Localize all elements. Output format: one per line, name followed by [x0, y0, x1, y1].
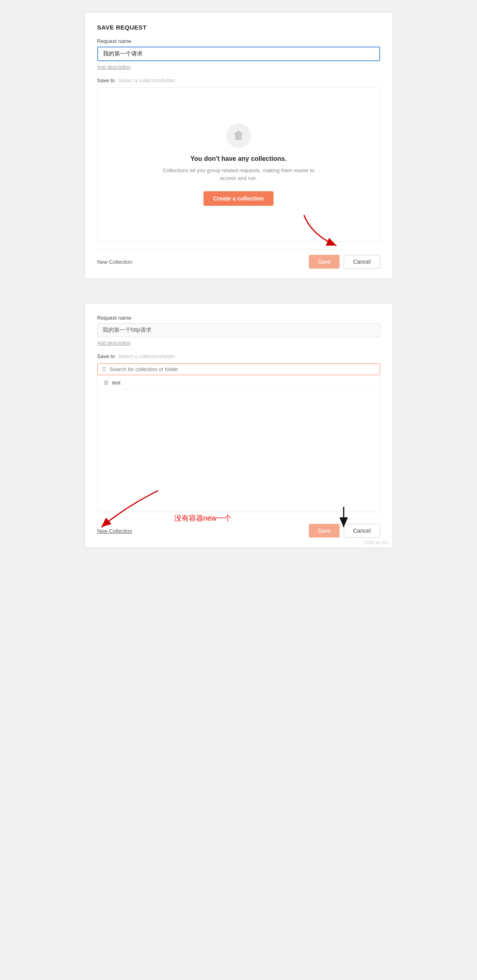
save-to-placeholder: Select a collection/folder [118, 77, 175, 83]
empty-icon-wrapper: 🗑 [227, 124, 251, 148]
cancel-button[interactable]: Cancel [344, 255, 380, 269]
search-wrapper: ☰ [97, 363, 380, 375]
empty-title: You don't have any collections. [190, 155, 287, 162]
collection-item-name: text [112, 380, 121, 386]
panel-footer-2: New Collection Save Cancel [97, 519, 380, 538]
new-collection-link[interactable]: New Collection [97, 259, 133, 265]
save-to-row: Save to Select a collection/folder [97, 77, 380, 83]
new-collection-link-2[interactable]: New Collection [97, 528, 133, 534]
save-to-row-2: Save to Select a collection/folder [97, 353, 380, 359]
collection-list-area: 🗑 text [97, 375, 380, 512]
panel-title: SAVE REQUEST [97, 24, 380, 31]
add-description-link-2[interactable]: Add description [97, 340, 380, 346]
panel-footer: New Collection Save Cancel [97, 250, 380, 269]
footer-buttons-2: Save Cancel [309, 524, 380, 538]
search-collection-input[interactable] [110, 366, 376, 372]
empty-desc: Collections let you group related reques… [158, 167, 320, 182]
save-request-panel: SAVE REQUEST Request name Add descriptio… [85, 12, 393, 279]
list-item[interactable]: 🗑 text [98, 375, 380, 390]
collection-bucket-icon: 🗑 [103, 379, 109, 386]
footer-buttons: Save Cancel [309, 255, 380, 269]
save-button-2[interactable]: Save [309, 524, 340, 538]
save-button[interactable]: Save [309, 255, 340, 269]
collection-area: 🗑 You don't have any collections. Collec… [97, 88, 380, 241]
list-empty-space [98, 390, 380, 512]
bucket-icon: 🗑 [233, 129, 244, 142]
request-name-input[interactable] [97, 47, 380, 61]
save-to-label-2: Save to [97, 353, 115, 359]
save-to-placeholder-2: Select a collection/folder [118, 353, 175, 359]
watermark: CSDN #p:103 [363, 540, 388, 545]
add-description-link[interactable]: Add description [97, 64, 380, 70]
request-name-input-2[interactable] [97, 323, 380, 337]
save-to-label: Save to [97, 77, 115, 83]
filter-icon: ☰ [102, 366, 107, 372]
cancel-button-2[interactable]: Cancel [344, 524, 380, 538]
save-request-panel-2: Request name Add description Save to Sel… [85, 303, 393, 548]
request-name-label-2: Request name [97, 315, 380, 321]
create-collection-button[interactable]: Create a collection [203, 191, 274, 206]
request-name-label: Request name [97, 38, 380, 44]
